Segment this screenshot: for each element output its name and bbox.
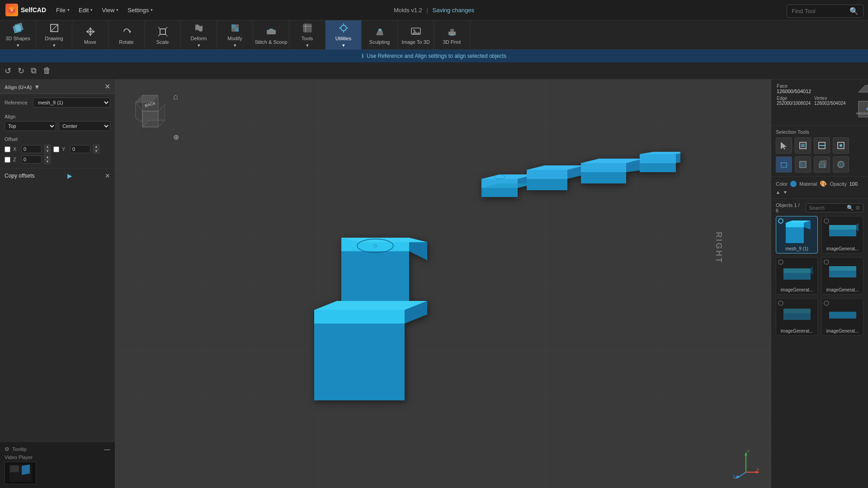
svg-text:X: X <box>756 467 759 472</box>
offset-x-checkbox[interactable] <box>5 146 10 152</box>
toolbar-sculpting[interactable]: Sculpting <box>362 20 398 50</box>
select-edge-button[interactable] <box>814 137 830 154</box>
toolbar-drawing[interactable]: Drawing▾ <box>36 20 72 50</box>
search-gear-button[interactable]: ⚙ <box>855 205 860 211</box>
toolbar-stitch-scoop[interactable]: Stitch & Scoop <box>253 20 289 50</box>
svg-rect-21 <box>235 28 239 32</box>
video-player-label: Video Player <box>5 455 110 460</box>
offset-y-input[interactable] <box>70 145 90 153</box>
object-card-3[interactable]: imageGenerat... <box>821 257 863 295</box>
object-card-0[interactable]: mesh_9 (1) <box>776 216 818 253</box>
svg-rect-22 <box>267 30 276 34</box>
opacity-down-button[interactable]: ▼ <box>783 190 788 195</box>
toolbar-3d-shapes[interactable]: 3D Shapes▾ <box>0 20 36 50</box>
offset-y-checkbox[interactable] <box>53 146 59 152</box>
object-card-4[interactable]: imageGenerat... <box>776 298 818 336</box>
offset-x-down[interactable]: ▼ <box>44 149 51 154</box>
object-radio-1[interactable] <box>824 218 829 224</box>
edge-value: 252000/1008024 <box>777 101 811 106</box>
menu-edit[interactable]: Edit▾ <box>74 0 97 20</box>
object-card-5[interactable]: imageGenerat... <box>821 298 863 336</box>
reference-select[interactable]: mesh_9 (1) <box>33 98 110 108</box>
info-circle-icon: ℹ <box>362 53 364 59</box>
object-name-5: imageGenerat... <box>824 328 861 333</box>
copy-offsets-play-button[interactable]: ▶ <box>67 172 72 179</box>
svg-marker-121 <box>783 313 811 320</box>
tooltip-icon: ⚙ <box>5 446 9 452</box>
svg-rect-19 <box>235 24 239 28</box>
object-radio-3[interactable] <box>824 259 829 265</box>
object-thumb-5 <box>824 300 861 328</box>
tooltip-minimize-button[interactable]: — <box>104 446 110 453</box>
offset-y-label: Y <box>62 146 67 152</box>
align-axis-select[interactable]: Top Bottom Left Right Front Back <box>5 121 56 131</box>
opacity-up-button[interactable]: ▲ <box>776 190 780 195</box>
viewport[interactable]: BACK ⌂ ⊕ RIGHT <box>115 80 771 488</box>
menu-settings[interactable]: Settings▾ <box>123 0 157 20</box>
svg-marker-87 <box>859 85 868 92</box>
find-tool-input[interactable] <box>792 8 846 14</box>
offset-z-checkbox[interactable] <box>5 157 10 163</box>
offset-z-up[interactable]: ▲ <box>44 155 51 160</box>
nav-cube[interactable]: BACK <box>129 93 165 129</box>
offset-z-down[interactable]: ▼ <box>44 160 51 164</box>
select-vertex-button[interactable] <box>833 137 849 154</box>
offset-y-down[interactable]: ▼ <box>93 149 99 154</box>
object-radio-4[interactable] <box>778 300 783 306</box>
toolbar-utilities[interactable]: Utilities▾ <box>326 20 362 50</box>
object-radio-2[interactable] <box>778 259 783 265</box>
object-radio-5[interactable] <box>824 300 829 306</box>
editbar: ↺ ↻ ⧉ 🗑 <box>0 62 868 80</box>
align-panel-close-button[interactable]: ✕ <box>104 82 110 91</box>
offset-x-input[interactable] <box>21 145 42 153</box>
material-icon[interactable]: 🎨 <box>820 180 827 187</box>
toolbar-modify[interactable]: Modify▾ <box>217 20 253 50</box>
svg-point-31 <box>378 28 381 31</box>
object-card-2[interactable]: imageGenerat... <box>776 257 818 295</box>
toolbar-3d-print[interactable]: 3D Print <box>434 20 470 50</box>
select-object-button[interactable] <box>776 137 792 154</box>
svg-marker-59 <box>581 172 626 183</box>
svg-point-107 <box>838 161 844 168</box>
select-type-volume-button[interactable] <box>814 156 830 173</box>
toolbar-scale[interactable]: Scale <box>145 20 181 50</box>
offset-z-input[interactable] <box>21 155 42 164</box>
offset-y-up[interactable]: ▲ <box>93 145 99 149</box>
select-face-button[interactable] <box>795 137 811 154</box>
align-mode-select[interactable]: Center Min Max <box>59 121 110 131</box>
search-input[interactable] <box>809 205 845 211</box>
selection-tools-section: Selection Tools <box>771 126 868 177</box>
toolbar-rotate[interactable]: Rotate <box>108 20 145 50</box>
redo-button[interactable]: ↻ <box>18 66 24 76</box>
color-swatch[interactable] <box>790 181 797 187</box>
home-button[interactable]: ⌂ <box>173 92 178 102</box>
offset-x-up[interactable]: ▲ <box>44 145 51 149</box>
svg-rect-40 <box>22 465 30 475</box>
select-type-box-button[interactable] <box>776 156 792 173</box>
menu-file[interactable]: File▾ <box>52 0 74 20</box>
duplicate-button[interactable]: ⧉ <box>31 66 37 75</box>
object-card-1[interactable]: imageGenerat... <box>821 216 863 253</box>
object-radio-0[interactable] <box>778 218 783 224</box>
svg-marker-67 <box>341 251 409 301</box>
toolbar-deform[interactable]: Deform▾ <box>181 20 217 50</box>
delete-button[interactable]: 🗑 <box>43 66 51 75</box>
offset-z-row: Z ▲ ▼ <box>5 155 110 164</box>
cube-nav-widget[interactable]: FRONT TOP <box>849 83 868 122</box>
find-tool-search-icon[interactable]: 🔍 <box>849 7 859 15</box>
select-type-sphere-button[interactable] <box>833 156 849 173</box>
menu-view[interactable]: View▾ <box>97 0 123 20</box>
select-type-face-button[interactable] <box>795 156 811 173</box>
logo-icon[interactable]: S <box>5 4 18 16</box>
toolbar-image-to-3d[interactable]: Image To 3D <box>398 20 434 50</box>
svg-marker-8 <box>89 33 92 36</box>
video-thumbnail <box>5 462 36 484</box>
toolbar-move[interactable]: Move <box>72 20 108 50</box>
toolbar-tools[interactable]: Tools▾ <box>289 20 326 50</box>
compass-button[interactable]: ⊕ <box>173 133 179 141</box>
undo-button[interactable]: ↺ <box>5 66 11 76</box>
copy-offsets-close-button[interactable]: ✕ <box>105 172 110 179</box>
copy-offsets-label: Copy offsets <box>5 173 34 179</box>
search-icon[interactable]: 🔍 <box>847 205 854 211</box>
face-label: Face <box>777 83 846 89</box>
